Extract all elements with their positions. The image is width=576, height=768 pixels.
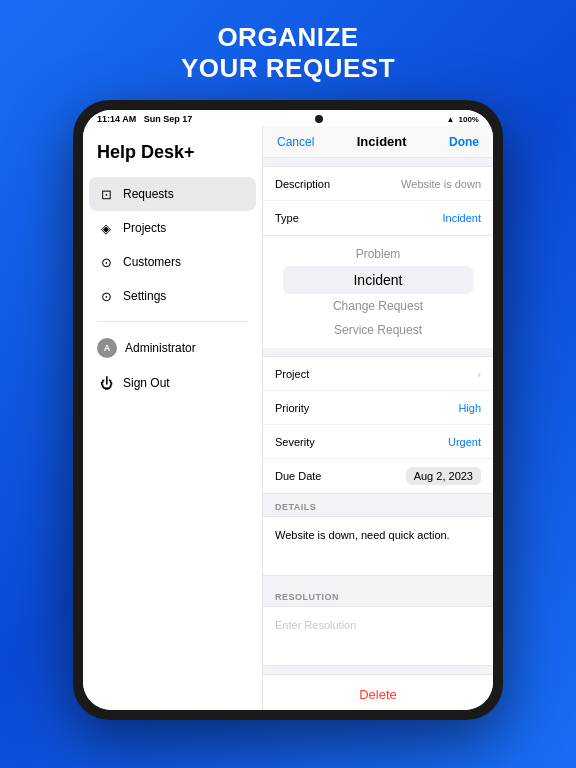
sidebar-item-customers[interactable]: ⊙ Customers xyxy=(83,245,262,279)
priority-value: High xyxy=(458,402,481,414)
sidebar-divider xyxy=(97,321,248,322)
settings-label: Settings xyxy=(123,289,166,303)
type-row[interactable]: Type Incident xyxy=(263,201,493,235)
resolution-header: RESOLUTION xyxy=(263,584,493,606)
details-textarea[interactable]: Website is down, need quick action. xyxy=(263,516,493,576)
picker-change-request[interactable]: Change Request xyxy=(263,294,493,318)
user-label: Administrator xyxy=(125,341,196,355)
user-avatar: A xyxy=(97,338,117,358)
details-header: DETAILS xyxy=(263,494,493,516)
project-row[interactable]: Project › xyxy=(263,357,493,391)
description-label: Description xyxy=(275,178,330,190)
settings-icon: ⊙ xyxy=(97,287,115,305)
type-picker[interactable]: Problem Incident Change Request Service … xyxy=(263,236,493,348)
type-label: Type xyxy=(275,212,299,224)
due-date-label: Due Date xyxy=(275,470,321,482)
projects-icon: ◈ xyxy=(97,219,115,237)
signout-label: Sign Out xyxy=(123,376,170,390)
sidebar-item-signout[interactable]: ⏻ Sign Out xyxy=(83,366,262,400)
delete-button[interactable]: Delete xyxy=(359,687,397,702)
picker-service-request[interactable]: Service Request xyxy=(263,318,493,342)
sidebar-item-settings[interactable]: ⊙ Settings xyxy=(83,279,262,313)
app-body: Help Desk+ ⊡ Requests ◈ Projects ⊙ Custo… xyxy=(83,126,493,710)
app-title: Help Desk+ xyxy=(83,138,262,177)
nav-bar: Cancel Incident Done xyxy=(263,126,493,158)
picker-problem[interactable]: Problem xyxy=(263,242,493,266)
requests-label: Requests xyxy=(123,187,174,201)
cancel-button[interactable]: Cancel xyxy=(277,135,314,149)
device-frame: 11:14 AM Sun Sep 17 ▲ 100% Help Desk+ ⊡ … xyxy=(73,100,503,720)
delete-row: Delete xyxy=(263,674,493,710)
form-section-basic: Description Website is down Type Inciden… xyxy=(263,166,493,236)
requests-icon: ⊡ xyxy=(97,185,115,203)
picker-incident[interactable]: Incident xyxy=(283,266,473,294)
status-icons: ▲ 100% xyxy=(447,115,479,124)
resolution-placeholder: Enter Resolution xyxy=(275,619,356,631)
sidebar-item-projects[interactable]: ◈ Projects xyxy=(83,211,262,245)
battery-icon: 100% xyxy=(459,115,479,124)
sidebar: Help Desk+ ⊡ Requests ◈ Projects ⊙ Custo… xyxy=(83,126,263,710)
form-content: Description Website is down Type Inciden… xyxy=(263,158,493,710)
description-row[interactable]: Description Website is down xyxy=(263,167,493,201)
severity-row[interactable]: Severity Urgent xyxy=(263,425,493,459)
signout-icon: ⏻ xyxy=(97,374,115,392)
resolution-textarea[interactable]: Enter Resolution xyxy=(263,606,493,666)
nav-title: Incident xyxy=(357,134,407,149)
status-bar: 11:14 AM Sun Sep 17 ▲ 100% xyxy=(83,110,493,126)
projects-label: Projects xyxy=(123,221,166,235)
description-value: Website is down xyxy=(401,178,481,190)
form-section-details: Project › Priority High Severity Urgent xyxy=(263,356,493,494)
sidebar-item-user[interactable]: A Administrator xyxy=(83,330,262,366)
type-value: Incident xyxy=(442,212,481,224)
customers-label: Customers xyxy=(123,255,181,269)
due-date-row[interactable]: Due Date Aug 2, 2023 xyxy=(263,459,493,493)
status-time: 11:14 AM Sun Sep 17 xyxy=(97,114,192,124)
severity-value: Urgent xyxy=(448,436,481,448)
due-date-value: Aug 2, 2023 xyxy=(406,467,481,485)
customers-icon: ⊙ xyxy=(97,253,115,271)
priority-label: Priority xyxy=(275,402,309,414)
sidebar-item-requests[interactable]: ⊡ Requests xyxy=(89,177,256,211)
details-content: Website is down, need quick action. xyxy=(275,529,450,541)
severity-label: Severity xyxy=(275,436,315,448)
hero-title: ORGANIZE YOUR REQUEST xyxy=(181,0,395,100)
main-panel: Cancel Incident Done Description Website… xyxy=(263,126,493,710)
wifi-icon: ▲ xyxy=(447,115,455,124)
project-label: Project xyxy=(275,368,309,380)
camera-notch xyxy=(315,115,323,123)
device-screen: 11:14 AM Sun Sep 17 ▲ 100% Help Desk+ ⊡ … xyxy=(83,110,493,710)
done-button[interactable]: Done xyxy=(449,135,479,149)
priority-row[interactable]: Priority High xyxy=(263,391,493,425)
project-chevron: › xyxy=(477,368,481,380)
